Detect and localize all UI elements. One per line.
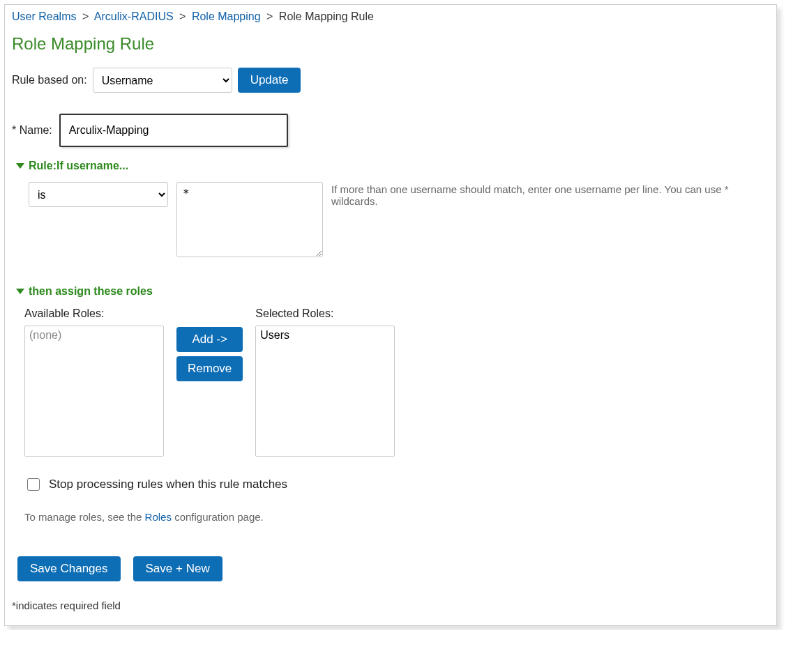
assign-section-heading[interactable]: then assign these roles [16,285,769,298]
breadcrumb: User Realms > Arculix-RADIUS > Role Mapp… [12,9,769,30]
breadcrumb-role-mapping[interactable]: Role Mapping [192,10,261,22]
available-roles-col: Available Roles: (none) [24,307,164,457]
roles-link[interactable]: Roles [145,511,172,523]
selected-roles-col: Selected Roles: Users [255,307,395,457]
rule-section-heading-text: Rule:If username... [29,160,128,172]
breadcrumb-user-realms[interactable]: User Realms [12,10,76,22]
update-button[interactable]: Update [238,68,301,93]
roles-body: Available Roles: (none) Add -> Remove Se… [24,307,769,523]
selected-roles-option[interactable]: Users [259,329,391,343]
footer-buttons: Save Changes Save + New [17,556,769,581]
name-label: * Name: [12,124,52,137]
chevron-down-icon [16,163,24,169]
rule-basis-label: Rule based on: [12,74,87,86]
condition-select[interactable]: is [29,182,168,207]
roles-layout: Available Roles: (none) Add -> Remove Se… [24,307,769,457]
available-roles-list[interactable]: (none) [24,326,164,457]
required-note: *indicates required field [12,600,769,611]
available-roles-label: Available Roles: [24,307,164,320]
match-textarea[interactable]: * [176,182,323,257]
breadcrumb-sep: > [176,10,188,22]
match-hint: If more than one username should match, … [331,182,769,207]
add-role-button[interactable]: Add -> [176,327,243,352]
assign-section-heading-text: then assign these roles [29,285,153,298]
selected-roles-list[interactable]: Users [255,326,395,457]
remove-role-button[interactable]: Remove [176,356,243,381]
name-row: * Name: [12,114,769,147]
rule-section-heading[interactable]: Rule:If username... [16,160,769,172]
save-new-button[interactable]: Save + New [133,556,222,581]
breadcrumb-current: Role Mapping Rule [279,10,374,22]
rule-basis-row: Rule based on: Username Update [12,68,769,93]
stop-processing-checkbox[interactable] [27,478,40,491]
name-input[interactable] [59,114,288,147]
page-title: Role Mapping Rule [12,34,769,54]
rule-body: is * If more than one username should ma… [29,182,769,257]
breadcrumb-sep: > [80,10,91,22]
manage-roles-note-pre: To manage roles, see the [24,511,145,523]
breadcrumb-sep: > [264,10,276,22]
selected-roles-label: Selected Roles: [255,307,395,320]
roles-buttons: Add -> Remove [176,307,243,381]
save-changes-button[interactable]: Save Changes [17,556,121,581]
chevron-down-icon [16,289,24,294]
manage-roles-note: To manage roles, see the Roles configura… [24,511,769,523]
rule-basis-select[interactable]: Username [93,68,232,93]
stop-processing-label: Stop processing rules when this rule mat… [49,478,287,491]
manage-roles-note-post: configuration page. [172,511,264,523]
available-roles-placeholder: (none) [28,329,160,343]
breadcrumb-arculix-radius[interactable]: Arculix-RADIUS [94,10,174,22]
stop-processing-row: Stop processing rules when this rule mat… [24,476,769,493]
